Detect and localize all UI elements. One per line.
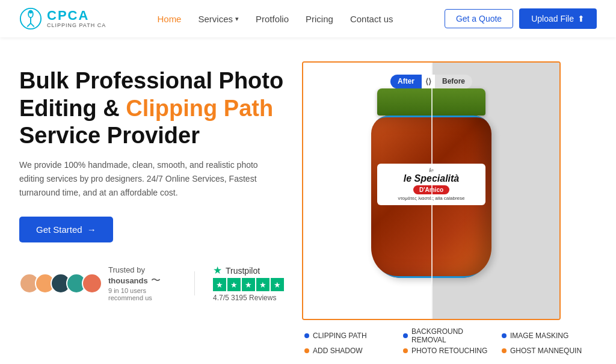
dot-icon bbox=[502, 348, 507, 353]
split-line bbox=[431, 63, 433, 319]
feature-background-removal: BACKGROUND REMOVAL bbox=[403, 327, 496, 344]
trustpilot-rating: 4.7/5 3195 Reviews bbox=[213, 294, 276, 302]
nav-pricing[interactable]: Pricing bbox=[306, 14, 333, 24]
badge-before: Before bbox=[435, 75, 472, 88]
comparison-image-frame: le le Specialità D'Amico ντομάτες λιαστέ… bbox=[302, 61, 561, 320]
hero-left: Bulk Professional Photo Editing & Clippi… bbox=[19, 61, 284, 302]
dot-icon bbox=[403, 333, 408, 338]
logo[interactable]: CPCA CLIPPING PATH CA bbox=[19, 7, 106, 30]
dot-icon bbox=[502, 333, 507, 338]
arrow-right-icon: → bbox=[87, 224, 96, 235]
nav-buttons: Get a Quote Upload File ⬆ bbox=[445, 8, 597, 29]
dot-icon bbox=[304, 348, 309, 353]
badge-divider-icon: ⟨⟩ bbox=[422, 75, 435, 88]
feature-ghost-mannequin: GHOST MANNEQUIN bbox=[502, 347, 594, 355]
trust-row: Trusted by thousands 〜 9 in 10 users rec… bbox=[19, 264, 284, 302]
feature-add-shadow: ADD SHADOW bbox=[304, 347, 397, 355]
upload-file-button[interactable]: Upload File ⬆ bbox=[519, 8, 597, 29]
upload-icon: ⬆ bbox=[578, 14, 585, 23]
logo-icon bbox=[19, 7, 42, 30]
dot-icon bbox=[304, 333, 309, 338]
hero-right: le le Specialità D'Amico ντομάτες λιαστέ… bbox=[302, 61, 597, 355]
trust-text: Trusted by thousands 〜 9 in 10 users rec… bbox=[108, 265, 176, 301]
trustpilot-stars: ★ ★ ★ ★ ★ bbox=[213, 278, 284, 291]
chevron-down-icon: ▾ bbox=[235, 15, 239, 23]
logo-text: CPCA CLIPPING PATH CA bbox=[47, 8, 106, 29]
svg-line-3 bbox=[27, 23, 31, 27]
nav-services[interactable]: Services ▾ bbox=[198, 14, 239, 24]
hero-title: Bulk Professional Photo Editing & Clippi… bbox=[19, 67, 284, 150]
svg-point-5 bbox=[29, 10, 32, 14]
svg-line-4 bbox=[31, 23, 34, 27]
get-started-button[interactable]: Get Started → bbox=[19, 217, 113, 242]
trustpilot-logo-icon: ★ bbox=[213, 264, 222, 277]
hero-description: We provide 100% handmade, clean, smooth,… bbox=[19, 158, 260, 200]
nav-home[interactable]: Home bbox=[157, 14, 181, 24]
dot-icon bbox=[403, 348, 408, 353]
avatars bbox=[19, 273, 102, 294]
trustpilot-block: ★ Trustpilot ★ ★ ★ ★ ★ 4.7/5 3195 Review… bbox=[213, 264, 284, 302]
trust-avatars-group: Trusted by thousands 〜 9 in 10 users rec… bbox=[19, 265, 176, 301]
nav-links: Home Services ▾ Protfolio Pricing Contac… bbox=[157, 14, 393, 24]
avatar bbox=[82, 273, 102, 294]
main-content: Bulk Professional Photo Editing & Clippi… bbox=[0, 37, 616, 355]
feature-image-masking: IMAGE MASKING bbox=[502, 327, 594, 344]
feature-photo-retouching: PHOTO RETOUCHING bbox=[403, 347, 496, 355]
navbar: CPCA CLIPPING PATH CA Home Services ▾ Pr… bbox=[0, 0, 616, 37]
badge-after: After bbox=[390, 75, 422, 88]
divider bbox=[194, 271, 195, 295]
feature-clipping-path: CLIPPING PATH bbox=[304, 327, 397, 344]
nav-contact[interactable]: Contact us bbox=[350, 14, 393, 24]
split-badges: After ⟨⟩ Before bbox=[390, 75, 472, 88]
feature-tags: CLIPPING PATH BACKGROUND REMOVAL IMAGE M… bbox=[302, 327, 597, 355]
logo-subtitle: CLIPPING PATH CA bbox=[47, 23, 106, 29]
get-quote-button[interactable]: Get a Quote bbox=[445, 9, 513, 28]
nav-portfolio[interactable]: Protfolio bbox=[256, 14, 289, 24]
trust-wave-icon: 〜 bbox=[151, 275, 161, 285]
logo-cpca-text: CPCA bbox=[47, 8, 106, 23]
